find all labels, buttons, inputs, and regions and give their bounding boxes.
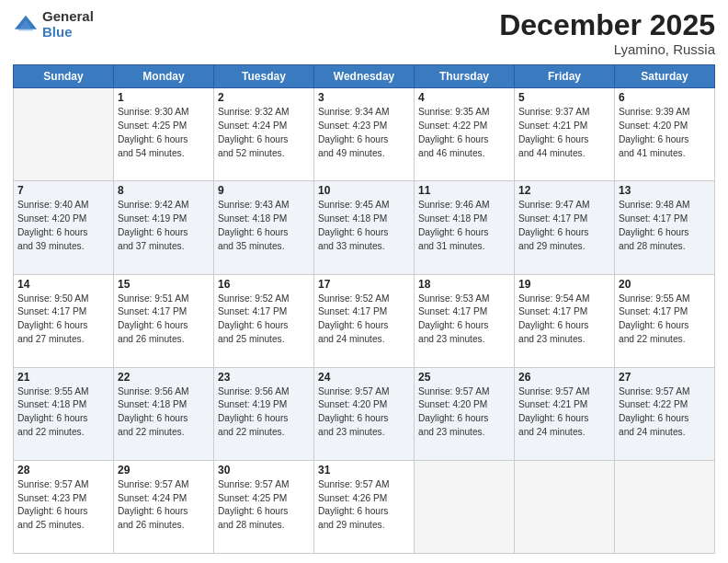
day-number: 26 — [518, 371, 610, 384]
table-row: 11Sunrise: 9:46 AMSunset: 4:18 PMDayligh… — [415, 181, 515, 274]
day-number: 22 — [118, 371, 210, 384]
day-info: Sunrise: 9:55 AMSunset: 4:18 PMDaylight:… — [17, 385, 109, 440]
day-number: 21 — [17, 371, 109, 384]
day-number: 13 — [619, 184, 711, 197]
col-tuesday: Tuesday — [214, 65, 314, 88]
table-row: 12Sunrise: 9:47 AMSunset: 4:17 PMDayligh… — [515, 181, 615, 274]
day-number: 18 — [418, 278, 510, 291]
table-row: 24Sunrise: 9:57 AMSunset: 4:20 PMDayligh… — [314, 367, 415, 460]
table-row: 14Sunrise: 9:50 AMSunset: 4:17 PMDayligh… — [14, 274, 114, 367]
table-row: 27Sunrise: 9:57 AMSunset: 4:22 PMDayligh… — [615, 367, 715, 460]
table-row: 15Sunrise: 9:51 AMSunset: 4:17 PMDayligh… — [114, 274, 214, 367]
table-row: 10Sunrise: 9:45 AMSunset: 4:18 PMDayligh… — [314, 181, 415, 274]
day-info: Sunrise: 9:34 AMSunset: 4:23 PMDaylight:… — [318, 106, 410, 160]
day-info: Sunrise: 9:53 AMSunset: 4:17 PMDaylight:… — [418, 293, 510, 347]
day-info: Sunrise: 9:39 AMSunset: 4:20 PMDaylight:… — [619, 106, 711, 160]
logo-icon — [13, 12, 39, 38]
calendar-week-row: 1Sunrise: 9:30 AMSunset: 4:25 PMDaylight… — [14, 88, 715, 181]
table-row: 2Sunrise: 9:32 AMSunset: 4:24 PMDaylight… — [214, 88, 314, 181]
day-info: Sunrise: 9:57 AMSunset: 4:22 PMDaylight:… — [619, 385, 711, 440]
day-number: 8 — [118, 184, 210, 197]
table-row — [615, 460, 715, 553]
table-row: 21Sunrise: 9:55 AMSunset: 4:18 PMDayligh… — [14, 367, 114, 460]
header: General Blue December 2025 Lyamino, Russ… — [13, 9, 715, 57]
title-location: Lyamino, Russia — [499, 41, 715, 57]
day-number: 6 — [619, 91, 711, 104]
calendar-header-row: Sunday Monday Tuesday Wednesday Thursday… — [14, 65, 715, 88]
calendar-table: Sunday Monday Tuesday Wednesday Thursday… — [13, 64, 715, 554]
table-row: 1Sunrise: 9:30 AMSunset: 4:25 PMDaylight… — [114, 88, 214, 181]
table-row: 5Sunrise: 9:37 AMSunset: 4:21 PMDaylight… — [515, 88, 615, 181]
day-info: Sunrise: 9:55 AMSunset: 4:17 PMDaylight:… — [619, 293, 711, 347]
day-number: 15 — [118, 278, 210, 291]
table-row: 20Sunrise: 9:55 AMSunset: 4:17 PMDayligh… — [615, 274, 715, 367]
title-month: December 2025 — [499, 9, 715, 41]
table-row: 28Sunrise: 9:57 AMSunset: 4:23 PMDayligh… — [14, 460, 114, 553]
logo-general-label: General — [42, 9, 94, 25]
table-row: 25Sunrise: 9:57 AMSunset: 4:20 PMDayligh… — [415, 367, 515, 460]
page: General Blue December 2025 Lyamino, Russ… — [0, 0, 728, 563]
day-info: Sunrise: 9:45 AMSunset: 4:18 PMDaylight:… — [318, 199, 410, 253]
table-row: 23Sunrise: 9:56 AMSunset: 4:19 PMDayligh… — [214, 367, 314, 460]
day-number: 23 — [218, 371, 310, 384]
logo: General Blue — [13, 9, 94, 40]
day-number: 1 — [118, 91, 210, 104]
logo-text: General Blue — [42, 9, 94, 40]
day-number: 30 — [218, 464, 310, 477]
table-row — [14, 88, 114, 181]
day-number: 2 — [218, 91, 310, 104]
day-info: Sunrise: 9:42 AMSunset: 4:19 PMDaylight:… — [118, 199, 210, 253]
calendar-week-row: 28Sunrise: 9:57 AMSunset: 4:23 PMDayligh… — [14, 460, 715, 553]
day-info: Sunrise: 9:50 AMSunset: 4:17 PMDaylight:… — [17, 293, 109, 347]
day-number: 17 — [318, 278, 410, 291]
day-number: 28 — [17, 464, 109, 477]
day-info: Sunrise: 9:57 AMSunset: 4:20 PMDaylight:… — [418, 385, 510, 440]
col-monday: Monday — [114, 65, 214, 88]
day-number: 24 — [318, 371, 410, 384]
day-number: 27 — [619, 371, 711, 384]
day-number: 25 — [418, 371, 510, 384]
day-number: 31 — [318, 464, 410, 477]
col-friday: Friday — [515, 65, 615, 88]
table-row: 3Sunrise: 9:34 AMSunset: 4:23 PMDaylight… — [314, 88, 415, 181]
day-info: Sunrise: 9:40 AMSunset: 4:20 PMDaylight:… — [17, 199, 109, 253]
table-row: 18Sunrise: 9:53 AMSunset: 4:17 PMDayligh… — [415, 274, 515, 367]
day-info: Sunrise: 9:43 AMSunset: 4:18 PMDaylight:… — [218, 199, 310, 253]
table-row: 22Sunrise: 9:56 AMSunset: 4:18 PMDayligh… — [114, 367, 214, 460]
col-thursday: Thursday — [415, 65, 515, 88]
table-row: 31Sunrise: 9:57 AMSunset: 4:26 PMDayligh… — [314, 460, 415, 553]
day-info: Sunrise: 9:35 AMSunset: 4:22 PMDaylight:… — [418, 106, 510, 160]
day-info: Sunrise: 9:57 AMSunset: 4:25 PMDaylight:… — [218, 478, 310, 533]
table-row: 7Sunrise: 9:40 AMSunset: 4:20 PMDaylight… — [14, 181, 114, 274]
day-info: Sunrise: 9:47 AMSunset: 4:17 PMDaylight:… — [518, 199, 610, 253]
day-info: Sunrise: 9:54 AMSunset: 4:17 PMDaylight:… — [518, 293, 610, 347]
day-info: Sunrise: 9:57 AMSunset: 4:20 PMDaylight:… — [318, 385, 410, 440]
day-info: Sunrise: 9:37 AMSunset: 4:21 PMDaylight:… — [518, 106, 610, 160]
day-info: Sunrise: 9:52 AMSunset: 4:17 PMDaylight:… — [218, 293, 310, 347]
table-row: 6Sunrise: 9:39 AMSunset: 4:20 PMDaylight… — [615, 88, 715, 181]
day-number: 5 — [518, 91, 610, 104]
col-saturday: Saturday — [615, 65, 715, 88]
day-number: 3 — [318, 91, 410, 104]
table-row: 13Sunrise: 9:48 AMSunset: 4:17 PMDayligh… — [615, 181, 715, 274]
logo-blue-label: Blue — [42, 25, 94, 40]
calendar-week-row: 14Sunrise: 9:50 AMSunset: 4:17 PMDayligh… — [14, 274, 715, 367]
day-info: Sunrise: 9:56 AMSunset: 4:18 PMDaylight:… — [118, 385, 210, 440]
table-row — [515, 460, 615, 553]
col-sunday: Sunday — [14, 65, 114, 88]
day-number: 12 — [518, 184, 610, 197]
table-row: 19Sunrise: 9:54 AMSunset: 4:17 PMDayligh… — [515, 274, 615, 367]
day-number: 14 — [17, 278, 109, 291]
day-number: 4 — [418, 91, 510, 104]
table-row: 16Sunrise: 9:52 AMSunset: 4:17 PMDayligh… — [214, 274, 314, 367]
day-info: Sunrise: 9:51 AMSunset: 4:17 PMDaylight:… — [118, 293, 210, 347]
day-number: 10 — [318, 184, 410, 197]
day-info: Sunrise: 9:48 AMSunset: 4:17 PMDaylight:… — [619, 199, 711, 253]
table-row: 9Sunrise: 9:43 AMSunset: 4:18 PMDaylight… — [214, 181, 314, 274]
table-row: 17Sunrise: 9:52 AMSunset: 4:17 PMDayligh… — [314, 274, 415, 367]
day-info: Sunrise: 9:57 AMSunset: 4:21 PMDaylight:… — [518, 385, 610, 440]
col-wednesday: Wednesday — [314, 65, 415, 88]
table-row: 26Sunrise: 9:57 AMSunset: 4:21 PMDayligh… — [515, 367, 615, 460]
day-info: Sunrise: 9:57 AMSunset: 4:23 PMDaylight:… — [17, 478, 109, 533]
day-number: 9 — [218, 184, 310, 197]
